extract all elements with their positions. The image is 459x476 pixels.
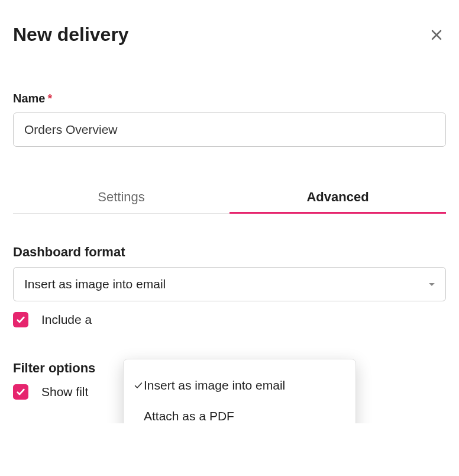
dropdown-option-label: Insert as image into email	[144, 378, 285, 393]
dropdown-option-label: Attach as a PDF	[144, 409, 234, 423]
tabs: Settings Advanced	[13, 181, 446, 214]
dropdown-option-attach-pdf[interactable]: Attach as a PDF	[124, 401, 355, 423]
show-filters-label-left: Show filt	[41, 385, 88, 399]
check-icon	[133, 381, 144, 390]
name-label: Name*	[13, 92, 446, 105]
dialog-title: New delivery	[13, 24, 129, 46]
chevron-down-icon	[429, 283, 435, 286]
close-icon	[429, 28, 444, 42]
name-input[interactable]	[13, 112, 446, 147]
show-filters-checkbox[interactable]	[13, 384, 28, 400]
include-label: Include a	[41, 313, 92, 327]
tab-advanced[interactable]: Advanced	[230, 181, 446, 213]
required-marker: *	[47, 92, 52, 105]
close-button[interactable]	[427, 25, 446, 44]
dashboard-format-dropdown: Insert as image into email Attach as a P…	[123, 359, 356, 423]
include-checkbox[interactable]	[13, 312, 28, 327]
tab-settings[interactable]: Settings	[13, 181, 230, 213]
dashboard-format-label: Dashboard format	[13, 245, 446, 260]
dashboard-format-selected: Insert as image into email	[24, 277, 166, 291]
dashboard-format-select[interactable]: Insert as image into email	[13, 267, 446, 301]
check-icon	[16, 315, 25, 324]
check-icon	[16, 387, 25, 397]
dropdown-option-insert-image[interactable]: Insert as image into email	[124, 370, 355, 401]
